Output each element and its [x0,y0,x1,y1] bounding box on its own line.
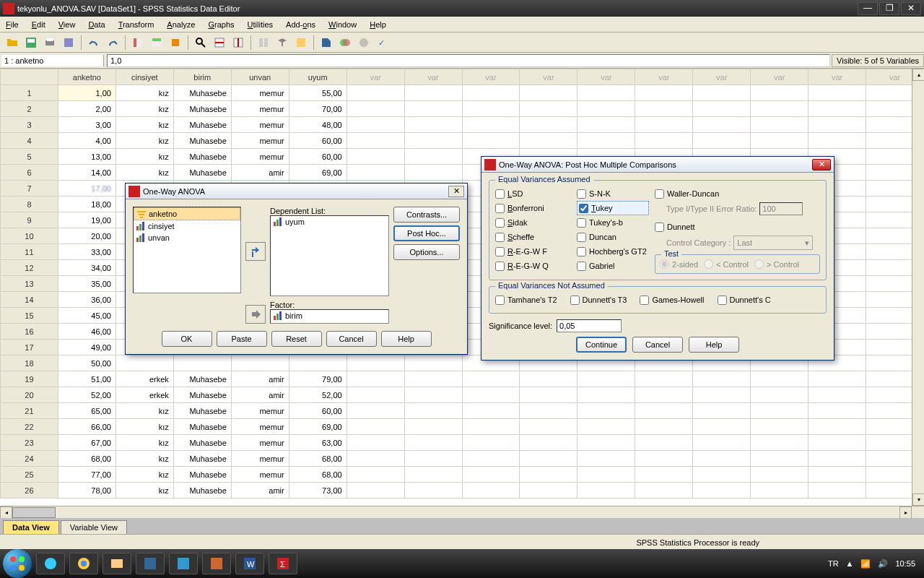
spell-check-icon[interactable]: ✓ [375,35,391,51]
source-variables-list[interactable]: anketno cinsiyet unvan [133,207,241,293]
move-to-dependent-button[interactable] [245,242,266,261]
goto-variable-icon[interactable] [149,35,165,51]
factor-field[interactable]: birim [270,309,389,324]
paste-button[interactable]: Paste [217,331,267,347]
tab-data-view[interactable]: Data View [3,520,59,534]
chk-dunnettsc[interactable]: Dunnett's C [718,293,771,307]
dialog-titlebar[interactable]: One-Way ANOVA ✕ [126,184,467,199]
chk-tukeysb[interactable]: Tukey's-b [577,215,649,230]
menu-file[interactable]: File [6,20,19,29]
insert-variable-icon[interactable] [230,35,246,51]
ok-button[interactable]: OK [162,331,212,347]
select-cases-icon[interactable] [293,35,309,51]
cell-reference: 1 : anketno [1,55,104,66]
menu-addons[interactable]: Add-ons [286,20,315,29]
dialog-close-button[interactable]: ✕ [448,186,464,197]
menu-transform[interactable]: Transform [118,20,154,29]
chk-duncan[interactable]: Duncan [577,230,649,244]
contrasts-button[interactable]: Contrasts... [393,207,460,223]
taskbar-app2-icon[interactable] [169,553,198,574]
open-icon[interactable] [4,35,20,51]
chk-regwf[interactable]: R-E-G-W F [495,244,571,259]
split-file-icon[interactable] [256,35,271,51]
minimize-button[interactable]: — [858,2,878,15]
chk-lsd[interactable]: LSD [495,186,571,201]
chk-gabriel[interactable]: Gabriel [577,259,649,273]
chk-regwq[interactable]: R-E-G-W Q [495,259,571,273]
chk-bonferroni[interactable]: Bonferroni [495,201,571,215]
menu-window[interactable]: Window [328,20,357,29]
menu-utilities[interactable]: Utilities [248,20,273,29]
taskbar-app3-icon[interactable] [202,553,231,574]
taskbar-word-icon[interactable]: W [235,553,264,574]
cell-value[interactable]: 1,0 [107,54,830,67]
chk-hochbergsgt[interactable]: Hochberg's GT2 [577,244,649,259]
menu-view[interactable]: View [58,20,76,29]
tab-variable-view[interactable]: Variable View [61,520,127,534]
svg-point-21 [10,556,16,562]
insert-cases-icon[interactable] [212,35,227,51]
menu-data[interactable]: Data [88,20,105,29]
menu-edit[interactable]: Edit [32,20,45,29]
print-icon[interactable] [42,35,58,51]
status-text: SPSS Statistics Processor is ready [636,538,759,547]
dialog-titlebar[interactable]: One-Way ANOVA: Post Hoc Multiple Compari… [481,157,834,173]
chk-scheffe[interactable]: Scheffe [495,230,571,244]
taskbar-ie-icon[interactable] [36,553,65,574]
svg-point-19 [359,38,368,47]
close-button[interactable]: ✕ [901,2,921,15]
cancel-button[interactable]: Cancel [326,331,377,347]
chk-tukey[interactable]: Tukey [577,201,649,215]
dialog-recall-icon[interactable] [61,35,77,51]
significance-label: Significance level: [489,322,552,330]
dependent-list[interactable]: uyum [270,215,389,296]
chk-gameshowell[interactable]: Games-Howell [640,293,704,307]
chk-tamhanest[interactable]: Tamhane's T2 [495,293,557,307]
chk-snk[interactable]: S-N-K [577,186,649,201]
find-icon[interactable] [193,35,209,51]
value-labels-icon[interactable] [318,35,334,51]
tray-lang[interactable]: TR [828,559,839,568]
chk-waller-duncan[interactable]: Waller-Duncan [655,186,820,201]
dialog-close-button[interactable]: ✕ [812,159,831,171]
menu-analyze[interactable]: Analyze [167,20,195,29]
save-icon[interactable] [23,35,39,51]
weight-cases-icon[interactable] [274,35,290,51]
continue-button[interactable]: Continue [576,337,627,353]
chk-sidak[interactable]: Sidak [495,215,571,230]
undo-icon[interactable] [86,35,102,51]
maximize-button[interactable]: ❐ [879,2,899,15]
nominal-icon [136,222,145,230]
menu-graphs[interactable]: Graphs [208,20,234,29]
svg-rect-45 [274,316,276,320]
help-button[interactable]: Help [689,337,739,353]
redo-icon[interactable] [105,35,121,51]
show-all-icon[interactable] [356,35,372,51]
taskbar-spss-icon[interactable]: Σ [269,553,297,574]
horizontal-scrollbar[interactable]: ◂ ▸ [0,506,924,518]
svg-rect-5 [134,38,136,47]
help-button[interactable]: Help [381,331,432,347]
tray-volume-icon[interactable]: 🔊 [878,559,888,569]
posthoc-button[interactable]: Post Hoc... [393,225,460,241]
cancel-button[interactable]: Cancel [632,337,683,353]
goto-case-icon[interactable] [130,35,146,51]
options-button[interactable]: Options... [393,244,460,260]
chk-dunnettst[interactable]: Dunnett's T3 [570,293,627,307]
tray-network-icon[interactable]: 📶 [860,559,871,569]
svg-rect-47 [279,311,282,320]
taskbar-chrome-icon[interactable] [69,553,98,574]
chk-dunnett[interactable]: Dunnett [655,220,820,234]
use-sets-icon[interactable] [337,35,353,51]
reset-button[interactable]: Reset [271,331,322,347]
vertical-scrollbar[interactable]: ▴ ▾ [912,69,924,518]
variables-icon[interactable] [167,35,183,51]
move-to-factor-button[interactable] [245,305,266,324]
start-button[interactable] [3,549,32,578]
menubar: File Edit View Data Transform Analyze Gr… [0,17,924,33]
taskbar-app-icon[interactable] [136,553,165,574]
taskbar-explorer-icon[interactable] [103,553,131,574]
significance-input[interactable] [557,319,622,332]
menu-help[interactable]: Help [370,20,386,29]
tray-clock[interactable]: 10:55 [895,559,915,568]
